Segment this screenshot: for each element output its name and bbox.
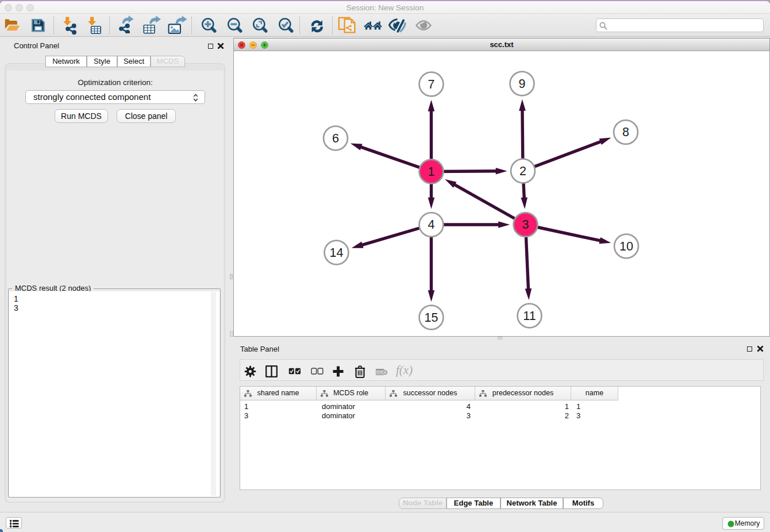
svg-text:3: 3 xyxy=(522,218,529,232)
svg-text:14: 14 xyxy=(330,246,344,260)
svg-text:15: 15 xyxy=(425,311,438,325)
svg-text:2: 2 xyxy=(519,164,526,178)
svg-text:9: 9 xyxy=(519,77,526,91)
svg-text:4: 4 xyxy=(428,218,435,232)
svg-text:11: 11 xyxy=(523,309,536,323)
svg-text:7: 7 xyxy=(428,78,435,91)
svg-text:8: 8 xyxy=(622,125,629,139)
svg-text:6: 6 xyxy=(332,132,339,145)
svg-text:1: 1 xyxy=(428,165,435,179)
svg-text:10: 10 xyxy=(619,240,633,253)
